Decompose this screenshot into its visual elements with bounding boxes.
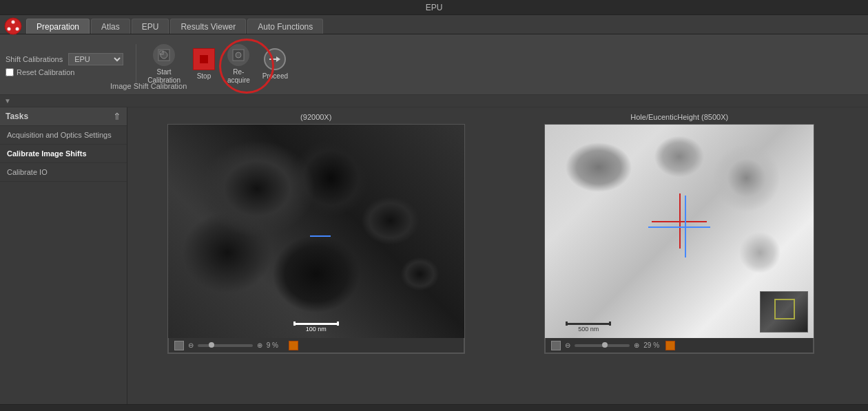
shift-calibrations-dropdown[interactable]: EPU: [68, 53, 123, 65]
crosshair-red-vertical: [679, 193, 681, 249]
right-image-container: 500 nm ⊖ ⊕ 2: [544, 124, 814, 354]
left-zoom-level: 9 %: [267, 341, 286, 349]
tab-atlas[interactable]: Atlas: [91, 19, 130, 34]
stop-icon: [193, 48, 215, 70]
svg-point-3: [16, 28, 19, 31]
tasks-header: Tasks ⇑: [0, 107, 127, 126]
reacquire-button[interactable]: Re- acquire: [223, 41, 254, 87]
blue-position-marker: [310, 235, 331, 237]
left-tem-overlay: [168, 125, 464, 338]
mini-thumb-inner: [761, 292, 807, 332]
left-viewer-label: (92000X): [300, 113, 331, 121]
right-scale-text: 500 nm: [578, 326, 599, 333]
mini-thumbnail[interactable]: [760, 291, 808, 333]
left-zoom-in[interactable]: ⊕: [256, 341, 264, 349]
proceed-icon: [264, 48, 286, 70]
left-scale-text: 100 nm: [306, 326, 327, 333]
right-zoom-in[interactable]: ⊕: [632, 341, 641, 349]
collapse-icon: ▼: [4, 97, 11, 105]
crosshair-blue-vertical: [685, 196, 686, 257]
shift-label-row: Shift Calibrations EPU: [6, 53, 123, 65]
left-tem-image[interactable]: 100 nm: [168, 125, 464, 338]
tab-results-viewer[interactable]: Results Viewer: [170, 19, 246, 34]
viewers-area: (92000X) 100 nm: [127, 107, 868, 404]
left-zoom-slider[interactable]: [198, 344, 253, 347]
shift-calibrations-label: Shift Calibrations: [6, 55, 63, 63]
title-bar: EPU: [0, 0, 868, 15]
svg-rect-7: [200, 55, 208, 63]
left-viewer-controls: ⊖ ⊕ 9 %: [168, 338, 464, 353]
app-logo: [4, 17, 22, 35]
left-ctrl-icon-sq[interactable]: [174, 341, 184, 350]
mini-thumb-highlight: [774, 299, 795, 319]
right-zoom-level: 29 %: [643, 341, 663, 349]
right-viewer-label: Hole/EucenticHeight (8500X): [630, 113, 728, 121]
reset-calibration-checkbox[interactable]: [6, 68, 14, 76]
svg-marker-11: [276, 56, 280, 62]
task-item-acquisition[interactable]: Acquisition and Optics Settings: [0, 126, 127, 145]
start-calibration-icon: [153, 44, 175, 66]
right-viewer-controls: ⊖ ⊕ 29 %: [545, 338, 814, 353]
tab-preparation[interactable]: Preparation: [26, 19, 90, 34]
left-zoom-out[interactable]: ⊖: [187, 341, 195, 349]
shift-calibrations-section: Shift Calibrations EPU Reset Calibration: [6, 53, 123, 76]
svg-point-1: [12, 21, 15, 24]
svg-point-9: [236, 52, 241, 58]
stop-label: Stop: [197, 72, 211, 81]
left-scale-bar: 100 nm: [293, 322, 339, 333]
tab-auto-functions[interactable]: Auto Functions: [247, 19, 323, 34]
proceed-label: Proceed: [262, 72, 288, 81]
status-bar: [0, 404, 868, 411]
reacquire-label: Re- acquire: [227, 68, 250, 85]
right-tem-image[interactable]: 500 nm: [545, 125, 814, 338]
svg-point-5: [161, 52, 167, 59]
proceed-button[interactable]: Proceed: [258, 45, 292, 83]
tasks-collapse-icon[interactable]: ⇑: [113, 111, 121, 122]
right-ctrl-icon-sq[interactable]: [551, 341, 561, 350]
right-scale-bar: 500 nm: [566, 322, 611, 333]
crosshair-blue-horizontal: [648, 226, 710, 228]
toolbar-divider-1: [136, 44, 136, 85]
collapse-arrow[interactable]: ▼: [0, 95, 868, 107]
right-viewer-container: Hole/EucenticHeight (8500X): [498, 113, 862, 399]
right-zoom-out[interactable]: ⊖: [564, 341, 572, 349]
image-shift-label: Image Shift Calibration: [110, 82, 187, 90]
stop-button[interactable]: Stop: [189, 45, 219, 83]
task-item-calibrate-io[interactable]: Calibrate IO: [0, 163, 127, 182]
toolbar: Shift Calibrations EPU Reset Calibration…: [0, 34, 868, 95]
left-panel: Tasks ⇑ Acquisition and Optics Settings …: [0, 107, 127, 404]
main-content: Tasks ⇑ Acquisition and Optics Settings …: [0, 107, 868, 404]
right-ctrl-icon-orange[interactable]: [665, 341, 675, 350]
svg-point-2: [8, 28, 11, 31]
reset-row: Reset Calibration: [6, 68, 123, 76]
task-item-calibrate-image[interactable]: Calibrate Image Shifts: [0, 145, 127, 163]
left-image-container: 100 nm ⊖ ⊕ 9 %: [167, 124, 465, 354]
start-calibration-button[interactable]: Start Calibration: [143, 41, 185, 87]
main-nav-tabs: Preparation Atlas EPU Results Viewer Aut…: [0, 15, 868, 34]
tab-epu[interactable]: EPU: [132, 19, 169, 34]
left-viewer-container: (92000X) 100 nm: [134, 113, 498, 399]
app-title: EPU: [426, 3, 443, 12]
right-zoom-slider[interactable]: [575, 344, 630, 347]
tasks-label: Tasks: [6, 112, 28, 121]
reacquire-icon: [227, 44, 249, 66]
left-ctrl-icon-orange[interactable]: [289, 341, 298, 350]
reset-calibration-label: Reset Calibration: [17, 68, 74, 76]
